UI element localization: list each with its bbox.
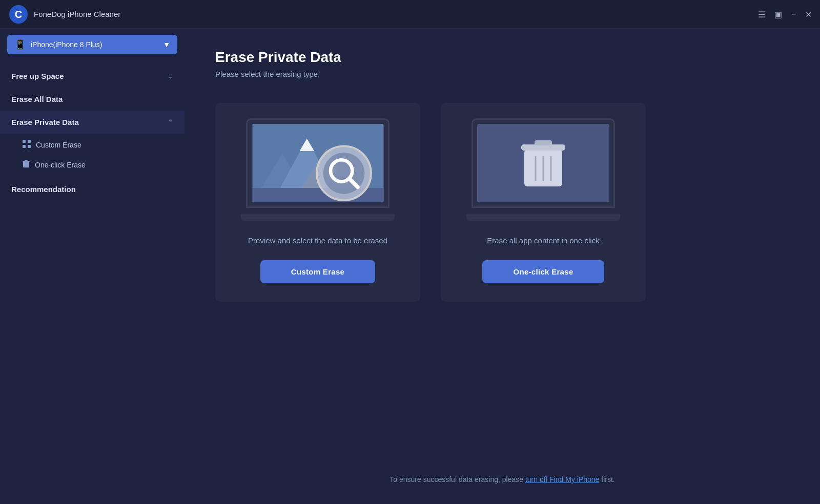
chevron-down-icon: ⌄	[168, 72, 173, 80]
sidebar-item-free-up-space[interactable]: Free up Space ⌄	[0, 65, 184, 88]
custom-erase-card: Preview and select the data to be erased…	[215, 103, 420, 302]
custom-erase-button[interactable]: Custom Erase	[260, 260, 375, 283]
sidebar-item-recommendation[interactable]: Recommendation	[0, 178, 184, 201]
sidebar-item-custom-erase[interactable]: Custom Erase	[0, 135, 184, 155]
sidebar-item-label: Custom Erase	[36, 141, 81, 149]
custom-erase-illustration	[241, 118, 395, 221]
sidebar-item-label: Erase All Data	[11, 95, 63, 103]
one-click-erase-description: Erase all app content in one click	[487, 235, 599, 247]
svg-rect-6	[23, 162, 29, 167]
svg-rect-7	[23, 161, 30, 162]
find-my-iphone-link[interactable]: turn off Find My iPhone	[525, 475, 599, 484]
trash-icon	[23, 160, 30, 170]
svg-rect-4	[23, 145, 26, 148]
page-title: Erase Private Data	[215, 49, 789, 66]
sidebar-item-erase-all-data[interactable]: Erase All Data	[0, 88, 184, 111]
svg-rect-2	[23, 140, 26, 143]
grid-icon	[23, 140, 31, 150]
footer-text-after: first.	[599, 475, 614, 484]
menu-icon[interactable]: ☰	[758, 10, 765, 19]
chevron-down-icon: ▼	[163, 40, 170, 49]
titlebar: C FoneDog iPhone Cleaner ☰ ▣ − ✕	[0, 0, 820, 29]
sidebar-item-label: Erase Private Data	[11, 118, 79, 127]
sidebar-menu: Free up Space ⌄ Erase All Data Erase Pri…	[0, 60, 184, 494]
sidebar-item-one-click-erase[interactable]: One-click Erase	[0, 155, 184, 175]
sidebar-item-label: Free up Space	[11, 72, 64, 80]
device-name: iPhone(iPhone 8 Plus)	[31, 40, 163, 49]
sidebar-item-label: One-click Erase	[35, 161, 86, 169]
svg-rect-5	[28, 145, 31, 148]
one-click-erase-illustration	[466, 118, 620, 221]
svg-rect-22	[535, 140, 552, 145]
chevron-up-icon: ⌃	[168, 118, 173, 126]
svg-rect-3	[28, 140, 31, 143]
erase-options: Preview and select the data to be erased…	[215, 103, 789, 302]
app-title: FoneDog iPhone Cleaner	[34, 10, 120, 18]
footer-notice: To ensure successful data erasing, pleas…	[215, 465, 789, 484]
minimize-icon[interactable]: −	[791, 10, 796, 19]
mountain-scene	[252, 124, 384, 202]
svg-rect-8	[25, 160, 28, 161]
page-subtitle: Please select the erasing type.	[215, 70, 789, 78]
one-click-erase-button[interactable]: One-click Erase	[482, 260, 604, 283]
one-click-erase-card: Erase all app content in one click One-c…	[441, 103, 646, 302]
main-content: Erase Private Data Please select the era…	[184, 29, 820, 504]
window-controls: ☰ ▣ − ✕	[758, 0, 812, 29]
erase-private-data-submenu: Custom Erase One-click Erase	[0, 134, 184, 178]
sidebar-item-label: Recommendation	[11, 185, 76, 194]
footer-text-before: To ensure successful data erasing, pleas…	[389, 475, 525, 484]
sidebar-item-erase-private-data[interactable]: Erase Private Data ⌃	[0, 111, 184, 134]
phone-icon: 📱	[14, 39, 26, 50]
sidebar: 📱 iPhone(iPhone 8 Plus) ▼ Free up Space …	[0, 29, 184, 504]
device-selector[interactable]: 📱 iPhone(iPhone 8 Plus) ▼	[7, 35, 177, 54]
custom-erase-description: Preview and select the data to be erased	[248, 235, 387, 247]
chat-icon[interactable]: ▣	[774, 10, 782, 19]
app-logo: C	[8, 4, 29, 25]
close-icon[interactable]: ✕	[805, 10, 812, 19]
svg-text:C: C	[15, 9, 22, 20]
trash-can-icon	[520, 135, 566, 192]
main-layout: 📱 iPhone(iPhone 8 Plus) ▼ Free up Space …	[0, 29, 820, 504]
